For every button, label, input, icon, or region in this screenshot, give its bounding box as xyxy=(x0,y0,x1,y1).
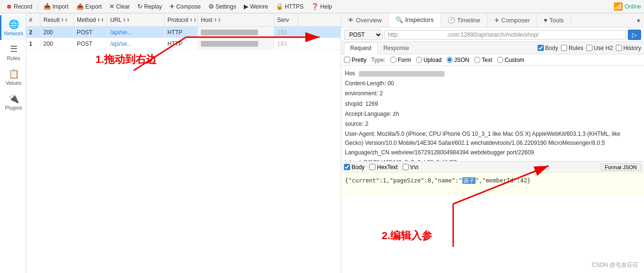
rn-checkbox[interactable] xyxy=(403,164,409,170)
settings-button[interactable]: ⚙ Settings xyxy=(205,2,239,11)
annotation-text-2: 2.编辑入参 xyxy=(382,229,432,243)
network-icon: 🌐 xyxy=(9,19,19,30)
tab-inspectors[interactable]: 🔍 Inspectors xyxy=(389,13,441,27)
sub-options-bar: Pretty Type: Form Upload JSON Text xyxy=(341,54,644,66)
record-icon: ⏺ xyxy=(6,3,12,10)
content-length-line: Content-Length: 00 xyxy=(345,79,640,89)
inspectors-icon: 🔍 xyxy=(395,16,403,23)
json-radio[interactable] xyxy=(447,57,453,63)
tab-response[interactable]: Response xyxy=(378,42,415,54)
cell-result: 200 xyxy=(41,27,74,38)
request-content-area: Hos Content-Length: 00 environment: 2 sh… xyxy=(341,66,644,161)
plugins-icon: 🔌 xyxy=(9,93,19,104)
tab-overview[interactable]: 👁 Overview xyxy=(341,13,389,27)
sort-protocol-icon: ⬆⬇ xyxy=(189,18,197,22)
format-json-button[interactable]: Format JSON xyxy=(601,163,641,171)
cell-host xyxy=(198,27,274,38)
col-header-result[interactable]: Result ⬆⬇ xyxy=(41,13,74,26)
cell-protocol: HTTP xyxy=(165,27,198,38)
col-header-protocol[interactable]: Protocol ⬆⬇ xyxy=(165,13,198,26)
import-button[interactable]: 📥 Import xyxy=(40,2,72,11)
cell-serv: 183. xyxy=(274,27,298,38)
weinre-button[interactable]: ▶ Weinre xyxy=(240,2,271,11)
cell-result: 200 xyxy=(41,38,74,49)
table-header: # Result ⬆⬇ Method ⬆⬇ URL ⬆⬇ Protocol ⬆⬇ xyxy=(26,13,341,27)
lock-icon: 🔒 xyxy=(276,3,283,10)
accept-lang-line: Accept-Language: zh xyxy=(345,109,640,119)
rn-checkbox-label[interactable]: \r\n xyxy=(403,164,418,171)
cell-num: 2 xyxy=(26,27,41,38)
json-content-area[interactable]: {"current":1,"pageSize":8,"name":"孩子","m… xyxy=(341,172,644,196)
table-row[interactable]: 2 200 POST /api/se... HTTP 183. xyxy=(26,27,341,38)
upload-radio-label[interactable]: Upload xyxy=(416,57,442,63)
sidebar-item-network[interactable]: 🌐 Network xyxy=(0,15,26,40)
export-button[interactable]: 📤 Export xyxy=(73,2,105,11)
text-radio-label[interactable]: Text xyxy=(474,57,492,63)
values-icon: 📋 xyxy=(9,69,19,79)
sort-url-icon: ⬆⬇ xyxy=(123,18,130,22)
online-icon: 📶 xyxy=(613,2,623,11)
col-header-url[interactable]: URL ⬆⬇ xyxy=(107,13,165,26)
form-radio[interactable] xyxy=(390,57,396,63)
body-bar: Body HexText \r\n Format JSON xyxy=(341,161,644,172)
tab-tools[interactable]: ♥ Tools xyxy=(537,13,571,27)
replay-button[interactable]: ↻ Replay xyxy=(134,2,165,11)
tab-timeline[interactable]: 🕐 Timeline xyxy=(441,13,488,27)
tabs-overflow-arrow[interactable]: ▾ xyxy=(633,17,644,24)
custom-radio[interactable] xyxy=(497,57,503,63)
tab-request[interactable]: Request xyxy=(344,42,378,54)
history-checkbox[interactable] xyxy=(616,45,622,51)
host-line: Hos xyxy=(345,69,640,79)
help-button[interactable]: ❓ Help xyxy=(308,2,335,11)
rules-icon: ☰ xyxy=(10,44,18,54)
source-line: source: 2 xyxy=(345,119,640,129)
method-select[interactable]: POST GET PUT DELETE xyxy=(344,30,383,40)
annotation-text-1: 1.拖动到右边 xyxy=(95,52,156,67)
sep xyxy=(38,3,38,10)
timeline-icon: 🕐 xyxy=(447,17,455,24)
hextext-checkbox[interactable] xyxy=(369,164,375,170)
form-radio-label[interactable]: Form xyxy=(390,57,411,63)
rules-checkbox[interactable] xyxy=(561,45,567,51)
table-row[interactable]: 1 200 POST /api/se... HTTP 183. xyxy=(26,38,341,50)
sidebar-item-values[interactable]: 📋 Values xyxy=(0,65,26,90)
url-bar: POST GET PUT DELETE ▷ xyxy=(341,28,644,42)
pretty-checkbox-label[interactable]: Pretty xyxy=(344,57,366,63)
sidebar-item-plugins[interactable]: 🔌 Plugins xyxy=(0,90,26,114)
send-icon: ▷ xyxy=(632,31,637,39)
body-bar-checkbox[interactable] xyxy=(344,164,350,170)
body-bar-checkbox-label[interactable]: Body xyxy=(344,164,364,171)
clear-button[interactable]: ✕ Clear xyxy=(106,2,133,11)
tab-composer[interactable]: ✈ Composer xyxy=(488,13,537,27)
clear-icon: ✕ xyxy=(109,3,114,10)
record-button[interactable]: ⏺ Record xyxy=(3,2,36,11)
url-input[interactable] xyxy=(384,30,626,40)
body-checkbox-label[interactable]: Body xyxy=(538,45,558,51)
col-header-host[interactable]: Host ⬆⬇ xyxy=(198,13,274,26)
https-button[interactable]: 🔒 HTTPS xyxy=(272,2,307,11)
rules-checkbox-label[interactable]: Rules xyxy=(561,45,583,51)
network-table-panel: # Result ⬆⬇ Method ⬆⬇ URL ⬆⬇ Protocol ⬆⬇ xyxy=(26,13,341,273)
compose-button[interactable]: ✈ Compose xyxy=(166,2,204,11)
use-h2-checkbox[interactable] xyxy=(586,45,592,51)
sidebar-item-rules[interactable]: ☰ Rules xyxy=(0,40,26,65)
token-line: token/cf1f178d463449a8e5a9ab38c6ef4d59 xyxy=(345,158,640,161)
custom-radio-label[interactable]: Custom xyxy=(497,57,524,63)
body-checkbox[interactable] xyxy=(538,45,544,51)
sort-result-icon: ⬆⬇ xyxy=(61,18,68,22)
use-h2-checkbox-label[interactable]: Use H2 xyxy=(586,45,613,51)
json-radio-label[interactable]: JSON xyxy=(447,57,469,63)
upload-radio[interactable] xyxy=(416,57,422,63)
col-header-method[interactable]: Method ⬆⬇ xyxy=(74,13,107,26)
history-checkbox-label[interactable]: History xyxy=(616,45,641,51)
cell-protocol: HTTP xyxy=(165,38,198,49)
import-icon: 📥 xyxy=(43,3,51,10)
text-radio[interactable] xyxy=(474,57,480,63)
hextext-checkbox-label[interactable]: HexText xyxy=(369,164,397,171)
weinre-icon: ▶ xyxy=(244,3,249,10)
pretty-checkbox[interactable] xyxy=(344,57,350,63)
type-label: Type: xyxy=(371,57,385,63)
sort-method-icon: ⬆⬇ xyxy=(97,18,104,22)
settings-icon: ⚙ xyxy=(208,3,214,10)
send-button[interactable]: ▷ xyxy=(628,30,641,40)
